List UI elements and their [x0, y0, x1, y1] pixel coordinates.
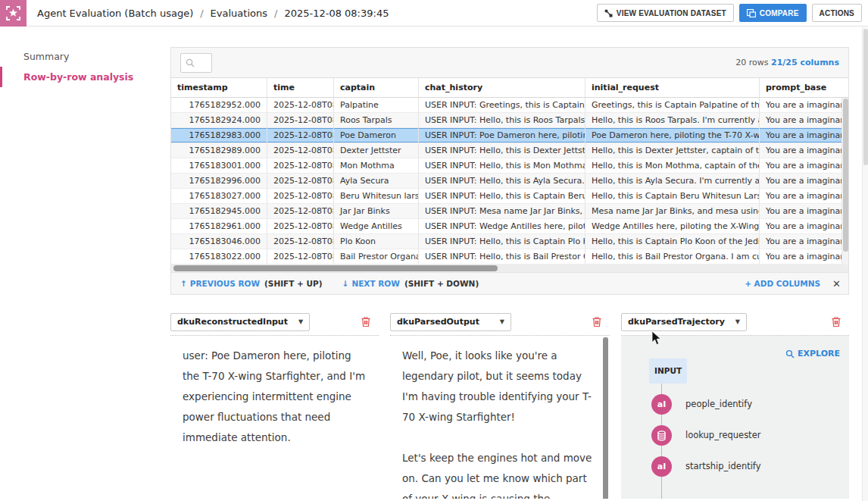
table-row[interactable]: 1765182961.0002025-12-08T08:36:01Wedge A…	[171, 219, 848, 234]
table-cell[interactable]: Poe Dameron here, piloting the T-70 X-wi…	[585, 128, 760, 142]
table-cell[interactable]: Greetings, this is Captain Palpatine of …	[585, 98, 760, 112]
table-cell[interactable]: Palpatine	[334, 98, 419, 112]
table-cell[interactable]: USER INPUT: Hello, this is Dexter Jettst…	[419, 143, 585, 158]
table-row[interactable]: 1765183046.0002025-12-08T08:37:26Plo Koo…	[171, 234, 848, 249]
table-cell[interactable]: USER INPUT: Mesa name Jar Jar Binks, and…	[419, 204, 585, 218]
column-selector-reconstructed-input[interactable]: dkuReconstructedInput ▼	[170, 313, 310, 331]
compare-button[interactable]: COMPARE	[739, 4, 807, 22]
table-cell[interactable]: 2025-12-08T08:36:23	[267, 128, 334, 142]
table-cell[interactable]: Hello, this is Dexter Jettster, captain …	[585, 143, 760, 158]
table-cell[interactable]: You are a imaginary Star Wa	[760, 174, 848, 188]
actions-button[interactable]: ACTIONS	[812, 4, 862, 22]
table-cell[interactable]: 1765182952.000	[171, 98, 267, 112]
table-cell[interactable]: Mon Mothma	[334, 158, 419, 173]
table-cell[interactable]: You are a imaginary Star Wa	[760, 219, 848, 233]
table-cell[interactable]: You are a imaginary Star Wa	[760, 249, 848, 264]
table-row[interactable]: 1765183027.0002025-12-08T08:37:07Beru Wh…	[171, 189, 848, 204]
table-cell[interactable]: 1765182983.000	[171, 128, 267, 142]
table-cell[interactable]: Wedge Antilles here, piloting the X-Wing…	[585, 219, 760, 233]
table-row[interactable]: 1765183001.0002025-12-08T08:36:41Mon Mot…	[171, 158, 848, 174]
table-cell[interactable]: USER INPUT: Hello, this is Captain Beru …	[419, 189, 585, 203]
column-header-prompt-base[interactable]: prompt_base	[760, 78, 848, 97]
column-selector-parsed-output[interactable]: dkuParsedOutput ▼	[390, 313, 511, 331]
table-cell[interactable]: Hello, this is Bail Prestor Organa. I am…	[585, 249, 760, 264]
table-cell[interactable]: 2025-12-08T08:35:45	[267, 204, 334, 218]
view-evaluation-dataset-button[interactable]: VIEW EVALUATION DATASET	[597, 4, 734, 22]
add-columns-button[interactable]: + ADD COLUMNS	[745, 279, 820, 288]
table-cell[interactable]: 1765183022.000	[171, 249, 267, 264]
table-cell[interactable]: USER INPUT: Hello, this is Ayla Secura. …	[419, 174, 585, 188]
table-cell[interactable]: You are a imaginary Star Wa	[760, 98, 848, 112]
table-cell[interactable]: You are a imaginary Star Wa	[760, 189, 848, 203]
table-cell[interactable]: 2025-12-08T08:36:29	[267, 143, 334, 158]
table-cell[interactable]: Wedge Antilles	[334, 219, 419, 233]
table-cell[interactable]: You are a imaginary Star Wa	[760, 143, 848, 158]
table-cell[interactable]: Dexter Jettster	[334, 143, 419, 158]
table-cell[interactable]: 2025-12-08T08:37:02	[267, 249, 334, 264]
breadcrumb-evaluations[interactable]: Evaluations	[211, 8, 267, 19]
columns-count-link[interactable]: 21/25 columns	[771, 58, 839, 67]
next-row-button[interactable]: ↓ NEXT ROW	[342, 279, 400, 288]
delete-panel-button[interactable]	[592, 316, 602, 327]
table-cell[interactable]: Bail Prestor Organa	[334, 249, 419, 264]
app-logo-icon[interactable]	[0, 0, 27, 27]
column-header-timestamp[interactable]: timestamp	[171, 78, 267, 97]
table-cell[interactable]: Hello, this is Mon Mothma, captain of th…	[585, 158, 760, 173]
table-cell[interactable]: 1765182989.000	[171, 143, 267, 158]
sidebar-item-summary[interactable]: Summary	[0, 46, 149, 67]
table-cell[interactable]: USER INPUT: Poe Dameron here, piloting t…	[419, 128, 585, 142]
table-cell[interactable]: USER INPUT: Greetings, this is Captain P…	[419, 98, 585, 112]
table-cell[interactable]: USER INPUT: Hello, this is Captain Plo K…	[419, 234, 585, 249]
delete-panel-button[interactable]	[831, 316, 841, 327]
table-vertical-scrollbar[interactable]	[841, 98, 848, 265]
table-cell[interactable]: Plo Koon	[334, 234, 419, 249]
page-scrollbar[interactable]	[862, 27, 868, 501]
table-cell[interactable]: Jar Jar Binks	[334, 204, 419, 218]
table-cell[interactable]: You are a imaginary Star Wa	[760, 234, 848, 249]
table-horizontal-scrollbar[interactable]	[171, 265, 848, 272]
table-cell[interactable]: USER INPUT: Hello, this is Roos Tarpals.…	[419, 113, 585, 127]
table-cell[interactable]: 1765182996.000	[171, 174, 267, 188]
table-cell[interactable]: USER INPUT: Hello, this is Mon Mothma, c…	[419, 158, 585, 173]
column-selector-parsed-trajectory[interactable]: dkuParsedTrajectory ▼	[621, 313, 747, 331]
table-cell[interactable]: 2025-12-08T08:37:26	[267, 234, 334, 249]
search-input[interactable]	[180, 53, 212, 73]
close-icon[interactable]: ✕	[832, 278, 841, 290]
table-row[interactable]: 1765182996.0002025-12-08T08:36:36Ayla Se…	[171, 174, 848, 189]
table-cell[interactable]: 1765182961.000	[171, 219, 267, 233]
table-cell[interactable]: 2025-12-08T08:35:24	[267, 113, 334, 127]
table-cell[interactable]: Hello, this is Captain Plo Koon of the J…	[585, 234, 760, 249]
table-cell[interactable]: Hello, this is Roos Tarpals. I'm current…	[585, 113, 760, 127]
table-cell[interactable]: Hello, this is Ayla Secura. I'm currentl…	[585, 174, 760, 188]
table-cell[interactable]: USER INPUT: Hello, this is Bail Prestor …	[419, 249, 585, 264]
column-header-time[interactable]: time	[267, 78, 334, 97]
breadcrumb-project[interactable]: Agent Evaluation (Batch usage)	[37, 8, 193, 19]
table-cell[interactable]: Roos Tarpals	[334, 113, 419, 127]
table-row[interactable]: 1765182945.0002025-12-08T08:35:45Jar Jar…	[171, 204, 848, 219]
table-cell[interactable]: Poe Dameron	[334, 128, 419, 142]
table-cell[interactable]: Ayla Secura	[334, 174, 419, 188]
table-cell[interactable]: 2025-12-08T08:36:36	[267, 174, 334, 188]
table-cell[interactable]: Hello, this is Captain Beru Whitesun Lar…	[585, 189, 760, 203]
column-header-initial-request[interactable]: initial_request	[585, 78, 760, 97]
trajectory-step[interactable]: aIpeople_identify	[642, 394, 840, 415]
sidebar-item-row-by-row-analysis[interactable]: Row-by-row analysis	[0, 67, 149, 87]
breadcrumb-run[interactable]: 2025-12-08 08:39:45	[284, 8, 389, 19]
table-cell[interactable]: You are a imaginary Star Wa	[760, 158, 848, 173]
table-cell[interactable]: Beru Whitesun lars	[334, 189, 419, 203]
table-cell[interactable]: 2025-12-08T08:36:41	[267, 158, 334, 173]
table-row[interactable]: 1765182952.0002025-12-08T08:35:52Palpati…	[171, 98, 848, 113]
trajectory-step[interactable]: lookup_requester	[642, 425, 840, 446]
column-header-captain[interactable]: captain	[334, 78, 419, 97]
panel-scrollbar[interactable]	[603, 337, 608, 499]
trajectory-step[interactable]: aIstartship_identify	[642, 456, 840, 477]
table-row[interactable]: 1765182989.0002025-12-08T08:36:29Dexter …	[171, 143, 848, 158]
table-cell[interactable]: Mesa name Jar Jar Binks, and mesa using …	[585, 204, 760, 218]
table-cell[interactable]: 2025-12-08T08:37:07	[267, 189, 334, 203]
column-header-chat-history[interactable]: chat_history	[419, 78, 585, 97]
previous-row-button[interactable]: ↑ PREVIOUS ROW	[180, 279, 260, 288]
table-cell[interactable]: 1765183001.000	[171, 158, 267, 173]
table-cell[interactable]: You are a imaginary Star Wa	[760, 204, 848, 218]
table-cell[interactable]: USER INPUT: Wedge Antilles here, pilotin…	[419, 219, 585, 233]
table-row[interactable]: 1765182924.0002025-12-08T08:35:24Roos Ta…	[171, 113, 848, 128]
